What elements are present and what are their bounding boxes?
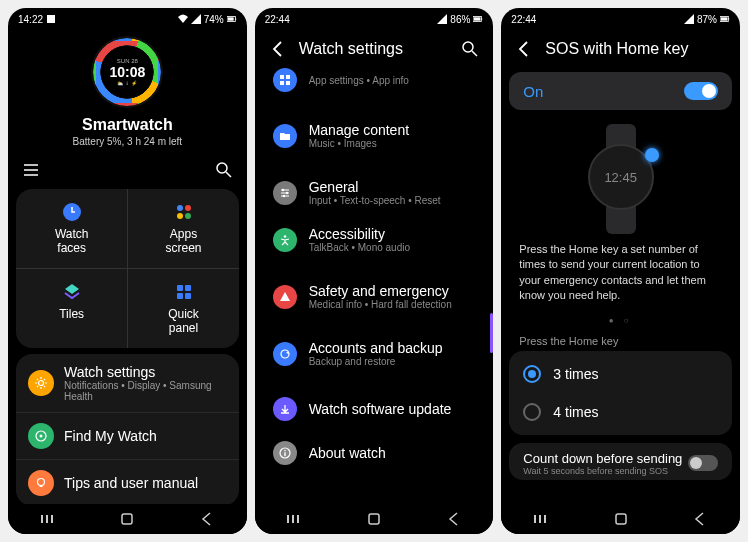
svg-rect-21	[474, 17, 481, 20]
download-icon	[279, 403, 291, 415]
svg-rect-19	[122, 514, 132, 524]
svg-rect-26	[280, 81, 284, 85]
tiles-icon	[61, 281, 83, 303]
search-icon[interactable]	[461, 40, 479, 58]
page-indicator: ● ○	[501, 308, 740, 333]
signal-icon	[684, 14, 694, 24]
option-4-times[interactable]: 4 times	[509, 393, 732, 431]
svg-rect-18	[40, 485, 43, 487]
battery-icon	[720, 14, 730, 24]
svg-point-8	[177, 213, 183, 219]
search-icon[interactable]	[215, 161, 233, 179]
notif-icon	[46, 14, 56, 24]
back-icon[interactable]	[269, 40, 287, 58]
settings-list: App settings • App info Manage contentMu…	[255, 68, 494, 475]
back-icon[interactable]	[692, 511, 708, 527]
svg-point-9	[185, 213, 191, 219]
svg-point-29	[285, 191, 287, 193]
warning-icon	[279, 291, 291, 303]
apps-grid-icon	[279, 74, 291, 86]
section-label: Press the Home key	[501, 333, 740, 349]
sync-icon	[279, 348, 291, 360]
quick-grid: Watch faces Apps screen Tiles Quick pane…	[16, 189, 239, 348]
recent-apps-icon[interactable]	[40, 511, 56, 527]
bulb-icon	[34, 476, 48, 490]
recent-apps-icon[interactable]	[533, 511, 549, 527]
watchface-preview[interactable]: SUN 28 10:08 ⛅ 🌡 ⚡	[91, 36, 163, 108]
nav-bar	[8, 504, 247, 534]
quickpanel-icon	[173, 281, 195, 303]
svg-rect-35	[369, 514, 379, 524]
watchface-icon	[61, 201, 83, 223]
screen-watch-settings: 22:44 86% Watch settings App settings • …	[255, 8, 494, 534]
grid-tiles[interactable]: Tiles	[16, 268, 127, 348]
home-icon[interactable]	[119, 511, 135, 527]
battery-icon	[473, 14, 483, 24]
svg-point-16	[40, 434, 43, 437]
toggle-switch[interactable]	[684, 82, 718, 100]
option-3-times[interactable]: 3 times	[509, 355, 732, 393]
grid-quick-panel[interactable]: Quick panel	[127, 268, 238, 348]
page-title: SOS with Home key	[545, 40, 726, 58]
signal-icon	[437, 14, 447, 24]
svg-point-17	[38, 478, 45, 485]
item-apps[interactable]: App settings • App info	[261, 68, 488, 102]
sliders-icon	[279, 187, 291, 199]
gear-icon	[34, 376, 48, 390]
countdown-row[interactable]: Count down before sending Wait 5 seconds…	[509, 443, 732, 480]
apps-icon	[173, 201, 195, 223]
svg-rect-39	[616, 514, 626, 524]
wifi-icon	[178, 14, 188, 24]
item-accounts-backup[interactable]: Accounts and backupBackup and restore	[261, 330, 488, 377]
header: SOS with Home key	[501, 30, 740, 68]
page-title: Watch settings	[299, 40, 450, 58]
svg-point-14	[39, 380, 44, 385]
home-icon[interactable]	[366, 511, 382, 527]
item-watch-settings[interactable]: Watch settingsNotifications • Display • …	[16, 354, 239, 413]
back-icon[interactable]	[199, 511, 215, 527]
status-bar: 14:22 74%	[8, 8, 247, 30]
svg-point-6	[177, 205, 183, 211]
item-general[interactable]: GeneralInput • Text-to-speech • Reset	[261, 169, 488, 216]
svg-rect-24	[280, 75, 284, 79]
svg-rect-25	[286, 75, 290, 79]
item-find-my-watch[interactable]: Find My Watch	[16, 413, 239, 460]
item-about-watch[interactable]: About watch	[261, 431, 488, 475]
status-bar: 22:44 87%	[501, 8, 740, 30]
countdown-toggle[interactable]	[688, 455, 718, 471]
back-icon[interactable]	[446, 511, 462, 527]
recent-apps-icon[interactable]	[286, 511, 302, 527]
svg-rect-27	[286, 81, 290, 85]
grid-watch-faces[interactable]: Watch faces	[16, 189, 127, 268]
folder-icon	[279, 130, 291, 142]
status-time: 14:22	[18, 14, 43, 25]
svg-rect-12	[177, 293, 183, 299]
svg-point-28	[281, 188, 283, 190]
radio-icon	[523, 365, 541, 383]
menu-icon[interactable]	[22, 161, 40, 179]
description-text: Press the Home key a set number of times…	[501, 238, 740, 308]
item-software-update[interactable]: Watch software update	[261, 387, 488, 431]
toggle-label: On	[523, 83, 543, 100]
svg-rect-34	[284, 452, 285, 456]
item-safety-emergency[interactable]: Safety and emergencyMedical info • Hard …	[261, 273, 488, 320]
status-battery: 74%	[204, 14, 224, 25]
item-accessibility[interactable]: AccessibilityTalkBack • Mono audio	[261, 216, 488, 263]
svg-rect-22	[482, 18, 483, 20]
location-icon	[34, 429, 48, 443]
device-name: Smartwatch	[8, 116, 247, 134]
item-tips-manual[interactable]: Tips and user manual	[16, 460, 239, 506]
grid-apps-screen[interactable]: Apps screen	[127, 189, 238, 268]
svg-point-31	[283, 235, 286, 238]
status-bar: 22:44 86%	[255, 8, 494, 30]
home-key-highlight	[645, 148, 659, 162]
screen-home: 14:22 74% SUN 28 10:08 ⛅ 🌡 ⚡ Smartwatch …	[8, 8, 247, 534]
master-toggle-row[interactable]: On	[509, 72, 732, 110]
edge-panel-handle[interactable]	[490, 313, 493, 353]
back-icon[interactable]	[515, 40, 533, 58]
item-manage-content[interactable]: Manage contentMusic • Images	[261, 112, 488, 159]
svg-rect-38	[728, 18, 729, 20]
watch-illustration: 12:45	[501, 114, 740, 238]
home-icon[interactable]	[613, 511, 629, 527]
nav-bar	[501, 504, 740, 534]
